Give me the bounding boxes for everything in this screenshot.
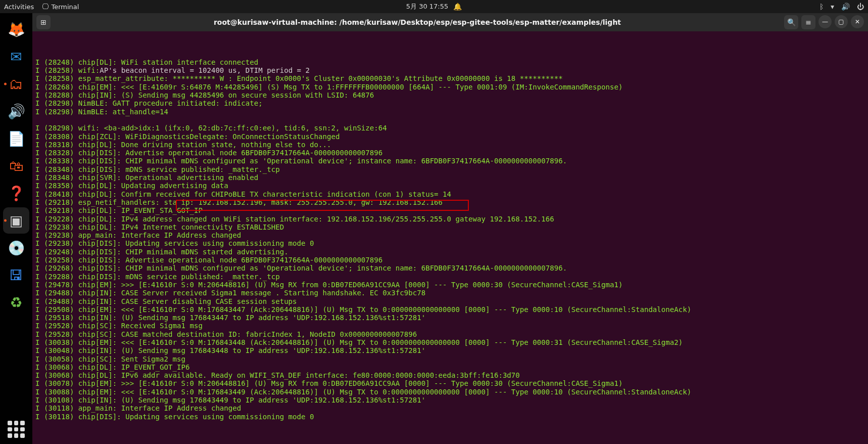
log-line: I (29268) chip[DIS]: CHIP minimal mDNS c… bbox=[35, 264, 865, 272]
log-line: I (30058) chip[SC]: Sent Sigma2 msg bbox=[35, 355, 865, 363]
log-line: I (28418) chip[DL]: Confirm received for… bbox=[35, 190, 865, 198]
dock-firefox[interactable]: 🦊 bbox=[3, 16, 29, 42]
activities-button[interactable]: Activities bbox=[4, 3, 34, 11]
search-button[interactable]: 🔍 bbox=[784, 15, 798, 29]
log-line: I (29508) chip[EM]: <<< [E:41610r S:0 M:… bbox=[35, 305, 865, 314]
dock-help[interactable]: ❓ bbox=[3, 180, 29, 206]
app-name-label: Terminal bbox=[51, 3, 79, 11]
dock-thunderbird[interactable]: ✉ bbox=[3, 43, 29, 70]
log-line: I (28268) chip[EM]: <<< [E:41609r S:6487… bbox=[35, 83, 865, 91]
bluetooth-icon[interactable]: ᛒ bbox=[819, 3, 824, 11]
dock-backup[interactable]: 🖫 bbox=[3, 262, 29, 288]
notification-icon[interactable]: 🔔 bbox=[453, 3, 462, 11]
log-line: I (28338) chip[DIS]: CHIP minimal mDNS c… bbox=[35, 157, 865, 165]
log-line: I (28358) chip[DL]: Updating advertising… bbox=[35, 182, 865, 190]
log-line: I (28298) NimBLE: GATT procedure initiat… bbox=[35, 99, 865, 107]
volume-icon[interactable]: 🔊 bbox=[841, 3, 850, 11]
terminal-icon: 🖵 bbox=[42, 3, 49, 11]
terminal-window: ⊞ root@kurisaw-virtual-machine: /home/ku… bbox=[32, 13, 868, 444]
maximize-button[interactable]: ▢ bbox=[835, 15, 848, 28]
log-line: I (29238) app_main: Interface IP Address… bbox=[35, 231, 865, 239]
log-line: I (28258) esp_matter_attribute: ********… bbox=[35, 74, 865, 82]
log-line: I (30118) chip[DIS]: Updating services u… bbox=[35, 413, 865, 421]
log-line: I (28328) chip[DIS]: Advertise operation… bbox=[35, 149, 865, 157]
log-line: I (29288) chip[DIS]: mDNS service publis… bbox=[35, 273, 865, 281]
window-titlebar: ⊞ root@kurisaw-virtual-machine: /home/ku… bbox=[32, 13, 868, 31]
dock-writer[interactable]: 📄 bbox=[3, 125, 29, 152]
dock-software[interactable]: 🛍 bbox=[3, 153, 29, 179]
log-line: I (30068) chip[DL]: IPv6 addr available.… bbox=[35, 371, 865, 379]
dock-trash[interactable]: ♻ bbox=[3, 289, 29, 316]
terminal-output[interactable]: I (28248) chip[DL]: WiFi station interfa… bbox=[32, 31, 868, 444]
log-line: I (29528) chip[SC]: Received Sigma1 msg bbox=[35, 322, 865, 330]
log-line: I (28298) NimBLE: att_handle=14 bbox=[35, 108, 865, 116]
log-line: I (29238) chip[DL]: IPv4 Internet connec… bbox=[35, 223, 865, 231]
hamburger-menu-button[interactable]: ≡ bbox=[801, 15, 815, 29]
log-line: I (29238) chip[DIS]: Updating services u… bbox=[35, 239, 865, 247]
dock-terminal[interactable]: ▣ bbox=[3, 207, 29, 234]
log-line: I (28308) chip[ZCL]: WiFiDiagnosticsDele… bbox=[35, 132, 865, 141]
dock-show-apps[interactable] bbox=[5, 418, 28, 441]
log-line: I (29488) chip[IN]: CASE Server received… bbox=[35, 289, 865, 297]
log-line: I (30108) chip[IN]: (U) Sending msg 1768… bbox=[35, 396, 865, 404]
log-line: I (29518) chip[IN]: (U) Sending msg 1768… bbox=[35, 314, 865, 322]
log-line: I (29218) chip[DL]: IP_EVENT_STA_GOT_IP bbox=[35, 206, 865, 214]
dock-disks[interactable]: 💿 bbox=[3, 235, 29, 261]
log-line: I (28258) wifi:AP's beacon interval = 10… bbox=[35, 66, 865, 74]
log-line: I (28348) chip[DIS]: mDNS service publis… bbox=[35, 165, 865, 173]
system-top-bar: Activities 🖵 Terminal 5月 30 17:55 🔔 ᛒ ▾ … bbox=[0, 0, 868, 13]
log-line: I (30088) chip[EM]: <<< [E:41610r S:0 M:… bbox=[35, 388, 865, 396]
log-line: I (30048) chip[IN]: (U) Sending msg 1768… bbox=[35, 346, 865, 354]
log-line: I (29488) chip[IN]: CASE Server disablin… bbox=[35, 297, 865, 305]
close-button[interactable]: ✕ bbox=[851, 15, 864, 28]
log-line: I (28348) chip[SVR]: Operational adverti… bbox=[35, 173, 865, 182]
log-line: I (29248) chip[DIS]: CHIP minimal mDNS s… bbox=[35, 248, 865, 256]
log-line: I (29218) esp_netif_handlers: sta ip: 19… bbox=[35, 198, 865, 206]
log-line: I (29528) chip[SC]: CASE matched destina… bbox=[35, 330, 865, 338]
power-icon[interactable]: ⏻ bbox=[857, 3, 864, 11]
log-line: I (29228) chip[DL]: IPv4 address changed… bbox=[35, 215, 865, 223]
log-line: I (28288) chip[IN]: (S) Sending msg 4428… bbox=[35, 91, 865, 99]
log-line: I (28248) chip[DL]: WiFi station interfa… bbox=[35, 58, 865, 66]
dock: 🦊 ✉ 🗂 🔊 📄 🛍 ❓ ▣ 💿 🖫 ♻ bbox=[0, 13, 32, 444]
minimize-button[interactable]: — bbox=[818, 15, 832, 28]
log-line: I (30118) app_main: Interface IP Address… bbox=[35, 404, 865, 412]
log-line: I (28298) wifi: <ba-add>idx:1 (ifx:0, 62… bbox=[35, 124, 865, 132]
log-line: I (30068) chip[DL]: IP_EVENT_GOT_IP6 bbox=[35, 363, 865, 371]
log-line: I (30078) chip[EM]: >>> [E:41610r S:0 M:… bbox=[35, 379, 865, 387]
log-line: I (30038) chip[EM]: <<< [E:41610r S:0 M:… bbox=[35, 338, 865, 346]
clock-label[interactable]: 5月 30 17:55 bbox=[406, 2, 449, 11]
network-icon[interactable]: ▾ bbox=[831, 3, 834, 11]
log-line: I (28318) chip[DL]: Done driving station… bbox=[35, 141, 865, 149]
new-tab-button[interactable]: ⊞ bbox=[36, 15, 51, 29]
log-line: I (29258) chip[DIS]: Advertise operation… bbox=[35, 256, 865, 264]
app-indicator[interactable]: 🖵 Terminal bbox=[42, 3, 79, 11]
log-line bbox=[35, 116, 865, 124]
window-title: root@kurisaw-virtual-machine: /home/kuri… bbox=[55, 18, 780, 26]
dock-rhythmbox[interactable]: 🔊 bbox=[3, 98, 29, 124]
log-line: I (29478) chip[EM]: >>> [E:41610r S:0 M:… bbox=[35, 281, 865, 289]
dock-files[interactable]: 🗂 bbox=[3, 71, 29, 97]
